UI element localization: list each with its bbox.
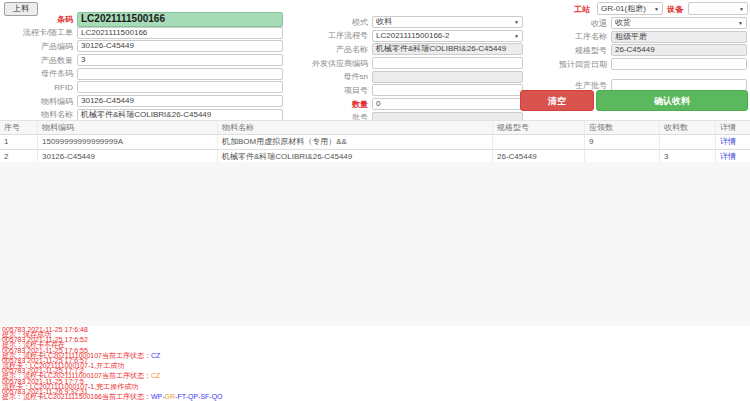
project-no-field[interactable] (372, 84, 523, 96)
parent-sn-field-label: 母件sn (295, 71, 372, 82)
product-name-field-label: 产品名称 (295, 44, 372, 55)
column-header: 应领数 (585, 121, 660, 134)
material-name-field[interactable]: 机械零件&科瑞COLIBRI&26-C45449 (77, 109, 283, 121)
device-select[interactable]: ▼ (688, 2, 748, 15)
process-flow-select-label: 工序流程号 (295, 30, 372, 41)
table-cell: 15099999999999999A (38, 135, 218, 149)
detail-link[interactable]: 详情 (720, 152, 736, 161)
expected-return-date-field-label: 预计回货日期 (545, 59, 611, 70)
message-log: 005783 2021-11-25 17:6:48提示：保存成功005783 2… (2, 327, 748, 399)
table-empty-area (0, 162, 750, 326)
table-cell: 9 (585, 135, 660, 149)
mode-select-value: 收料 (376, 17, 392, 27)
receive-return-select-label: 收退 (545, 18, 611, 29)
table-cell: 1 (0, 135, 38, 149)
chevron-down-icon: ▼ (738, 18, 743, 28)
product-code-field-label: 产品编码 (0, 41, 77, 52)
form-column-left: 条码LC2021111500166流程卡/随工单LC2021111500166产… (0, 13, 283, 123)
chevron-down-icon: ▼ (514, 17, 519, 27)
barcode-field[interactable]: LC2021111500166 (77, 12, 283, 27)
barcode-field-label: 条码 (0, 14, 77, 25)
table-row: 115099999999999999A机加BOM用虚拟原材料（专用）&&9详情 (0, 135, 750, 150)
rfid-field[interactable] (77, 81, 283, 93)
chevron-down-icon: ▼ (739, 6, 744, 12)
material-code-field[interactable]: 30126-C45449 (77, 95, 283, 107)
log-line: 提示：流程卡LC2021111500166当前工序状态：WP-GR-FT-QP-… (2, 394, 748, 399)
chevron-down-icon: ▼ (514, 31, 519, 41)
station-select-value: GR-01(粗磨) (601, 3, 646, 14)
mode-select-label: 模式 (295, 17, 372, 28)
materials-table: 序号物料编码物料名称规格型号应领数收料数详情115099999999999999… (0, 120, 750, 165)
mode-select[interactable]: 收料▼ (372, 16, 523, 28)
column-header: 收料数 (660, 121, 716, 134)
station-label: 工站 (574, 4, 590, 15)
parent-sn-field (372, 71, 523, 83)
table-cell (493, 135, 585, 149)
process-flow-select[interactable]: LC2021111500166-2▼ (372, 30, 523, 42)
form-column-middle: 模式收料▼工序流程号LC2021111500166-2▼产品名称机械零件&科瑞C… (295, 16, 523, 126)
expected-return-date-field[interactable] (611, 58, 747, 70)
material-name-field-label: 物料名称 (0, 109, 77, 120)
chevron-down-icon: ▼ (654, 6, 659, 12)
device-label: 设备 (667, 4, 683, 15)
process-flow-select-value: LC2021111500166-2 (376, 31, 449, 41)
parent-barcode-field-label: 母件条码 (0, 68, 77, 79)
flow-card-field[interactable]: LC2021111500166 (77, 27, 283, 39)
confirm-receive-button[interactable]: 确认收料 (596, 90, 748, 111)
supplier-code-field-label: 外发供应商编码 (295, 58, 372, 69)
column-header: 规格型号 (493, 121, 585, 134)
supplier-code-field[interactable] (372, 57, 523, 69)
production-batch-field-label: 生产批号 (545, 80, 611, 91)
spec-model-field-label: 规格型号 (545, 45, 611, 56)
flow-card-field-label: 流程卡/随工单 (0, 27, 77, 38)
spec-model-field: 26-C45449 (611, 44, 747, 56)
column-header: 详情 (716, 121, 750, 134)
detail-cell[interactable]: 详情 (716, 135, 750, 149)
product-code-field[interactable]: 30126-C45449 (77, 40, 283, 52)
quantity-field-label: 数量 (295, 99, 372, 110)
product-qty-field[interactable]: 3 (77, 54, 283, 66)
project-no-field-label: 项目号 (295, 85, 372, 96)
table-cell: 机加BOM用虚拟原材料（专用）&& (218, 135, 493, 149)
column-header: 序号 (0, 121, 38, 134)
product-qty-field-label: 产品数量 (0, 55, 77, 66)
rfid-field-label: RFID (0, 83, 77, 92)
parent-barcode-field[interactable] (77, 68, 283, 80)
detail-link[interactable]: 详情 (720, 137, 736, 146)
table-cell (660, 135, 716, 149)
product-name-field: 机械零件&科瑞COLIBRI&26-C45449 (372, 43, 523, 55)
column-header: 物料名称 (218, 121, 493, 134)
quantity-field[interactable]: 0 (372, 98, 523, 110)
clear-button[interactable]: 清空 (520, 90, 594, 111)
receive-return-select[interactable]: 收货▼ (611, 17, 747, 29)
operation-name-field-label: 工序名称 (545, 31, 611, 42)
receive-return-select-value: 收货 (615, 18, 631, 28)
material-code-field-label: 物料编码 (0, 96, 77, 107)
station-select[interactable]: GR-01(粗磨) ▼ (597, 2, 663, 15)
form-column-right: 收退收货▼工序名称粗级平磨规格型号26-C45449预计回货日期生产批号 (545, 17, 747, 93)
column-header: 物料编码 (38, 121, 218, 134)
table-header-row: 序号物料编码物料名称规格型号应领数收料数详情 (0, 120, 750, 135)
operation-name-field: 粗级平磨 (611, 31, 747, 43)
